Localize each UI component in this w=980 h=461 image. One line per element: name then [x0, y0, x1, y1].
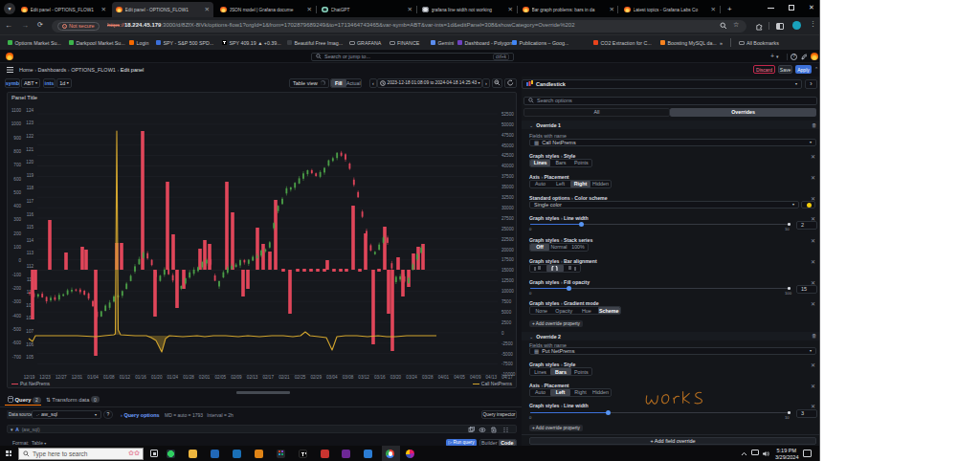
svg-text:01/04: 01/04 — [87, 375, 99, 380]
svg-text:115: 115 — [27, 225, 34, 230]
svg-text:114: 114 — [27, 238, 34, 243]
svg-text:100: 100 — [13, 245, 21, 250]
svg-text:-100: -100 — [12, 273, 22, 277]
svg-text:-2500: -2500 — [501, 341, 513, 346]
svg-text:-5000: -5000 — [501, 352, 513, 357]
svg-text:15000: 15000 — [501, 268, 514, 273]
svg-text:01/24: 01/24 — [167, 375, 179, 380]
svg-text:122: 122 — [26, 134, 33, 139]
svg-text:123: 123 — [26, 121, 33, 125]
svg-text:03/16: 03/16 — [374, 375, 386, 380]
svg-text:12/19: 12/19 — [24, 375, 35, 380]
svg-text:400: 400 — [13, 204, 21, 209]
svg-text:124: 124 — [26, 108, 33, 113]
svg-text:04/13: 04/13 — [486, 375, 498, 380]
svg-text:200: 200 — [13, 231, 21, 236]
svg-text:-600: -600 — [12, 340, 22, 345]
svg-text:-7500: -7500 — [501, 362, 513, 366]
svg-text:107: 107 — [26, 329, 33, 334]
svg-text:02/21: 02/21 — [278, 375, 290, 380]
svg-text:03/20: 03/20 — [390, 375, 402, 380]
svg-text:1100: 1100 — [11, 108, 21, 113]
svg-text:04/01: 04/01 — [438, 375, 450, 380]
svg-text:7500: 7500 — [501, 299, 512, 304]
svg-text:-700: -700 — [12, 355, 22, 360]
svg-text:20000: 20000 — [501, 248, 514, 252]
svg-text:900: 900 — [13, 136, 21, 141]
svg-text:5000: 5000 — [501, 310, 512, 315]
svg-text:800: 800 — [13, 149, 21, 154]
svg-text:45000: 45000 — [501, 143, 514, 148]
svg-text:112: 112 — [27, 264, 34, 269]
svg-text:118: 118 — [27, 186, 34, 190]
svg-text:50000: 50000 — [501, 122, 514, 127]
svg-text:42500: 42500 — [501, 153, 514, 158]
svg-text:500: 500 — [13, 190, 21, 195]
svg-text:03/24: 03/24 — [406, 375, 417, 380]
svg-text:0: 0 — [18, 258, 21, 263]
svg-text:-300: -300 — [12, 299, 22, 304]
svg-text:12/27: 12/27 — [56, 375, 67, 380]
svg-text:-400: -400 — [12, 314, 22, 318]
svg-text:120: 120 — [26, 160, 33, 165]
svg-text:04/05: 04/05 — [454, 375, 465, 380]
svg-text:03/04: 03/04 — [326, 375, 338, 380]
svg-text:700: 700 — [13, 163, 21, 167]
svg-text:01/08: 01/08 — [103, 375, 115, 380]
svg-text:52500: 52500 — [501, 112, 514, 117]
svg-text:22500: 22500 — [501, 237, 514, 242]
svg-text:121: 121 — [26, 147, 33, 152]
svg-text:02/01: 02/01 — [199, 375, 211, 380]
svg-text:116: 116 — [27, 212, 34, 217]
svg-text:10000: 10000 — [501, 289, 514, 294]
svg-text:12/23: 12/23 — [39, 375, 51, 380]
svg-text:12/31: 12/31 — [72, 375, 83, 380]
svg-text:37500: 37500 — [501, 174, 514, 179]
svg-text:30000: 30000 — [501, 206, 514, 210]
svg-text:113: 113 — [27, 251, 34, 255]
svg-text:02/17: 02/17 — [262, 375, 274, 380]
svg-text:01/20: 01/20 — [151, 375, 163, 380]
svg-text:27500: 27500 — [501, 216, 514, 221]
svg-text:40000: 40000 — [501, 164, 514, 168]
svg-text:04/17: 04/17 — [501, 375, 513, 380]
svg-text:35000: 35000 — [501, 185, 514, 189]
svg-text:17500: 17500 — [501, 257, 514, 262]
svg-text:02/25: 02/25 — [295, 375, 306, 380]
svg-text:03/12: 03/12 — [358, 375, 369, 380]
svg-text:47500: 47500 — [501, 133, 514, 138]
svg-text:01/16: 01/16 — [135, 375, 146, 380]
svg-text:106: 106 — [26, 342, 33, 347]
svg-text:01/12: 01/12 — [120, 375, 131, 380]
svg-text:02/09: 02/09 — [231, 375, 242, 380]
svg-text:117: 117 — [27, 199, 34, 204]
svg-text:03/28: 03/28 — [422, 375, 434, 380]
svg-text:02/05: 02/05 — [215, 375, 227, 380]
svg-text:1000: 1000 — [11, 121, 22, 126]
svg-text:02/29: 02/29 — [310, 375, 322, 380]
svg-text:-500: -500 — [12, 327, 22, 332]
svg-text:25000: 25000 — [501, 227, 514, 231]
svg-text:119: 119 — [27, 173, 34, 178]
svg-text:02/13: 02/13 — [247, 375, 258, 380]
svg-text:01/28: 01/28 — [183, 375, 194, 380]
svg-text:03/08: 03/08 — [343, 375, 354, 380]
svg-text:2500: 2500 — [501, 320, 512, 325]
svg-text:300: 300 — [13, 217, 21, 222]
svg-text:0: 0 — [501, 331, 504, 336]
svg-text:105: 105 — [26, 355, 33, 360]
svg-text:12500: 12500 — [501, 278, 514, 283]
svg-text:600: 600 — [13, 177, 21, 182]
svg-text:04/09: 04/09 — [470, 375, 481, 380]
svg-text:-200: -200 — [12, 286, 22, 291]
svg-text:32500: 32500 — [501, 195, 514, 200]
